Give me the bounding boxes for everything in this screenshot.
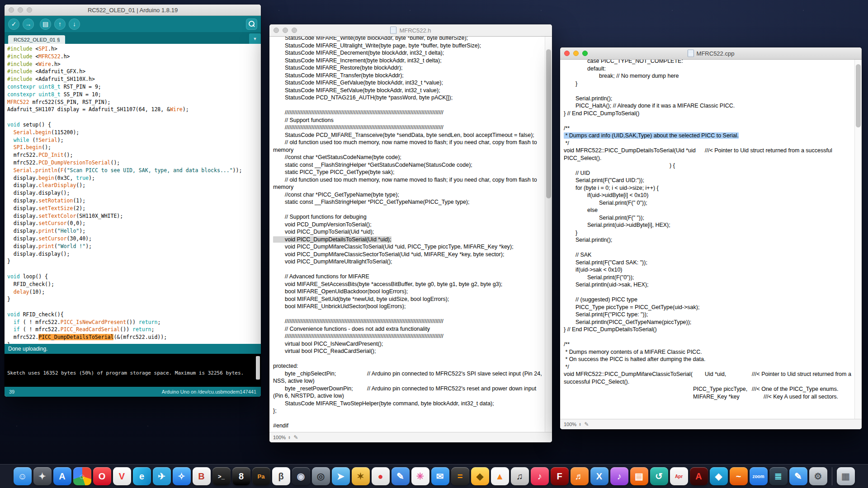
- dock-icon-pin-app[interactable]: ●: [372, 467, 390, 485]
- dock-icon-launchpad[interactable]: ✦: [33, 467, 52, 485]
- zoom-stepper[interactable]: ▲▼: [579, 422, 581, 427]
- minimize-button[interactable]: [18, 7, 23, 13]
- dock-icon-midi-keys[interactable]: ♫: [511, 467, 529, 485]
- tab-menu-icon[interactable]: ▼: [249, 33, 261, 44]
- header-titlebar[interactable]: MFRC522.h: [269, 24, 552, 37]
- code-line: PICC_Type piccType, ///< One of the PICC…: [564, 385, 852, 393]
- zoom-button[interactable]: [27, 7, 32, 13]
- arduino-console[interactable]: Sketch uses 16352 bytes (50%) of program…: [5, 354, 261, 387]
- dock-icon-photo-booth[interactable]: ◎: [312, 467, 330, 485]
- photo-booth-glyph: ◎: [317, 471, 325, 482]
- minimize-button[interactable]: [573, 51, 579, 56]
- dock-icon-vivaldi[interactable]: V: [113, 467, 131, 485]
- dock-icon-compass-app[interactable]: ✶: [352, 467, 370, 485]
- save-icon[interactable]: ↓: [69, 19, 80, 30]
- dock-icon-app-store[interactable]: A: [53, 467, 71, 485]
- zoom-button[interactable]: [582, 51, 588, 56]
- dock-icon-chrome[interactable]: ◌: [73, 467, 91, 485]
- scrollbar-thumb[interactable]: [856, 64, 861, 127]
- dock-icon-zoom[interactable]: zoom: [750, 467, 768, 485]
- close-button[interactable]: [274, 28, 279, 33]
- header-text-area[interactable]: StatusCode MIFARE_Write(byte blockAddr, …: [269, 37, 545, 432]
- dock-icon-finder[interactable]: ☺: [14, 467, 32, 485]
- cpp-text-area[interactable]: case PICC_TYPE_NOT_COMPLETE: default: br…: [560, 60, 854, 419]
- code-line: constexpr uint8_t RST_PIN = 9;: [7, 83, 258, 91]
- window-controls: [9, 7, 32, 13]
- dock-icon-sketch[interactable]: ◆: [471, 467, 489, 485]
- dock-icon-telegram[interactable]: ✈: [153, 467, 171, 485]
- code-line: virtual bool PICC_IsNewCardPresent();: [273, 340, 542, 348]
- dock-icon-eq-app[interactable]: ≣: [769, 467, 788, 485]
- pa-app-glyph: Pa: [258, 473, 265, 480]
- dock-icon-calendar[interactable]: Apr: [670, 467, 688, 485]
- zoom-button[interactable]: [292, 28, 297, 33]
- dock-icon-edge[interactable]: e: [133, 467, 151, 485]
- sketch-tab[interactable]: RC522_OLED_01 §: [8, 35, 65, 44]
- dock-icon-xcode[interactable]: X: [590, 467, 609, 485]
- code-line: display.setTextSize(2);: [7, 205, 258, 212]
- dock-icon-mail[interactable]: ✉: [431, 467, 449, 485]
- dock-icon-settings[interactable]: ⚙: [809, 467, 827, 485]
- dock-icon-calculator[interactable]: =: [451, 467, 469, 485]
- close-button[interactable]: [564, 51, 570, 56]
- code-line: StatusCode PCD_MIFARE_Transceive(byte *s…: [273, 131, 542, 139]
- new-sketch-icon[interactable]: ▤: [40, 19, 51, 30]
- verify-icon[interactable]: ✓: [8, 19, 19, 30]
- code-line: byte _chipSelectPin; // Arduino pin conn…: [273, 370, 542, 385]
- code-line: mfrc522.PCD_Init();: [7, 151, 258, 159]
- header-file-window: MFRC522.h StatusCode MIFARE_Write(byte b…: [269, 24, 552, 442]
- minimize-button[interactable]: [283, 28, 288, 33]
- dock: ☺✦A◌OVe✈✧B>_8Paβ◉◎➤✶●✎✳✉=◆▲♫♪F♬X♪▤↺AprA◆…: [0, 464, 868, 488]
- dock-icon-flash-app[interactable]: F: [551, 467, 569, 485]
- dock-items: ☺✦A◌OVe✈✧B>_8Paβ◉◎➤✶●✎✳✉=◆▲♫♪F♬X♪▤↺AprA◆…: [14, 467, 855, 485]
- code-line: StatusCode PCD_NTAG216_AUTH(byte *passWo…: [273, 94, 542, 102]
- code-line: bool MIFARE_OpenUidBackdoor(bool logErro…: [273, 288, 542, 296]
- scrollbar-track[interactable]: [854, 60, 862, 419]
- arduino-code-editor[interactable]: #include <SPI.h>#include <MFRC522.h>#inc…: [5, 44, 261, 344]
- dock-icon-terminal[interactable]: >_: [212, 467, 231, 485]
- dock-icon-bbedit[interactable]: B: [193, 467, 211, 485]
- arduino-statusbar: 39 Arduino Uno on /dev/cu.usbmodem147441: [5, 387, 261, 397]
- code-line: Adafruit_SH1107 display = Adafruit_SH110…: [7, 106, 258, 113]
- code-line: display.setCursor(30,40);: [7, 235, 258, 243]
- dock-icon-trash[interactable]: ▦: [837, 467, 855, 485]
- dock-icon-time-machine[interactable]: ↺: [650, 467, 668, 485]
- dock-icon-books[interactable]: ▤: [630, 467, 648, 485]
- dock-icon-itunes[interactable]: ♪: [610, 467, 628, 485]
- scrollbar-track[interactable]: [545, 37, 552, 432]
- arduino-titlebar[interactable]: RC522_OLED_01 | Arduino 1.8.19: [5, 5, 261, 16]
- dock-icon-adobe[interactable]: A: [690, 467, 708, 485]
- dock-icon-notes-blue[interactable]: ✎: [392, 467, 410, 485]
- dock-icon-vmware[interactable]: ◆: [710, 467, 728, 485]
- trash-glyph: ▦: [841, 471, 850, 482]
- dock-icon-eight-ball[interactable]: 8: [232, 467, 250, 485]
- app-store-glyph: A: [59, 471, 65, 482]
- serial-monitor-icon[interactable]: [246, 19, 257, 30]
- pin-app-glyph: ●: [377, 471, 383, 482]
- cpp-titlebar[interactable]: MFRC522.cpp: [560, 47, 862, 60]
- dock-icon-beta-app[interactable]: β: [272, 467, 290, 485]
- dock-icon-obs[interactable]: ◉: [292, 467, 310, 485]
- window-controls: [564, 51, 588, 56]
- dock-icon-maps[interactable]: ➤: [332, 467, 350, 485]
- dock-icon-pa-app[interactable]: Pa: [252, 467, 270, 485]
- code-line: protected:: [273, 362, 542, 370]
- dock-icon-vlc[interactable]: ▲: [491, 467, 509, 485]
- dock-icon-pencil-app[interactable]: ✎: [789, 467, 807, 485]
- close-button[interactable]: [9, 7, 14, 13]
- dock-icon-safari[interactable]: ✧: [173, 467, 191, 485]
- dock-icon-garageband[interactable]: ♬: [571, 467, 589, 485]
- dock-icon-photos[interactable]: ✳: [411, 467, 429, 485]
- open-icon[interactable]: ↑: [54, 19, 66, 30]
- code-line: [273, 266, 542, 273]
- console-scrollbar[interactable]: [256, 356, 260, 380]
- dock-icon-music[interactable]: ♪: [531, 467, 549, 485]
- code-line: StatusCode MIFARE_TwoStepHelper(byte com…: [273, 400, 542, 408]
- code-line: PICC_Type piccType = PICC_GetType(uid->s…: [564, 304, 852, 311]
- dock-icon-opera[interactable]: O: [93, 467, 111, 485]
- upload-icon[interactable]: →: [23, 19, 34, 30]
- scrollbar-thumb[interactable]: [546, 49, 551, 198]
- dock-icon-firefox[interactable]: ~: [730, 467, 748, 485]
- zoom-stepper[interactable]: ▲▼: [288, 436, 290, 440]
- code-line: #include <SPI.h>: [7, 45, 258, 53]
